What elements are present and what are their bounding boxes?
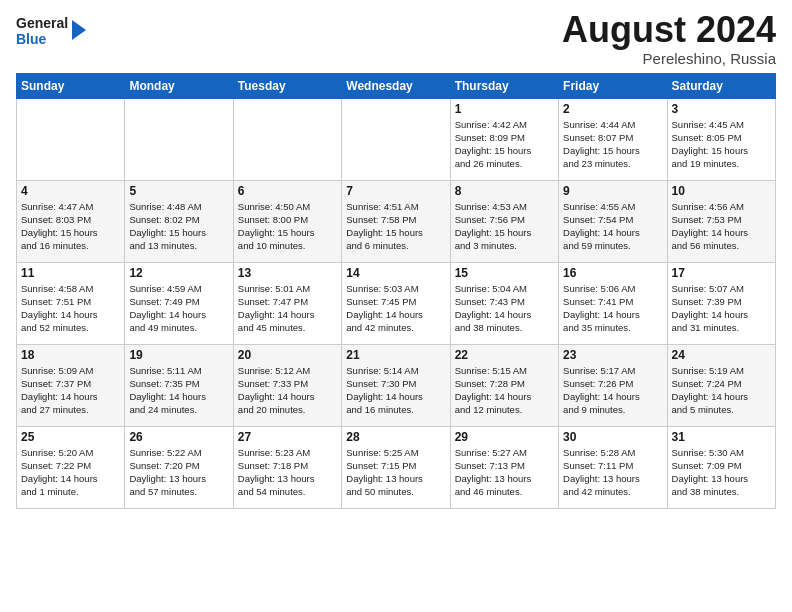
day-info: Sunrise: 4:47 AMSunset: 8:03 PMDaylight:… bbox=[21, 200, 120, 253]
day-number: 15 bbox=[455, 266, 554, 280]
calendar-cell: 21Sunrise: 5:14 AMSunset: 7:30 PMDayligh… bbox=[342, 344, 450, 426]
col-saturday: Saturday bbox=[667, 73, 775, 98]
calendar-cell: 16Sunrise: 5:06 AMSunset: 7:41 PMDayligh… bbox=[559, 262, 667, 344]
logo: General Blue bbox=[16, 10, 86, 54]
day-number: 29 bbox=[455, 430, 554, 444]
logo-icon: General Blue bbox=[16, 10, 86, 50]
day-number: 2 bbox=[563, 102, 662, 116]
day-info: Sunrise: 4:53 AMSunset: 7:56 PMDaylight:… bbox=[455, 200, 554, 253]
calendar-week-3: 11Sunrise: 4:58 AMSunset: 7:51 PMDayligh… bbox=[17, 262, 776, 344]
day-number: 27 bbox=[238, 430, 337, 444]
day-number: 20 bbox=[238, 348, 337, 362]
day-number: 3 bbox=[672, 102, 771, 116]
day-info: Sunrise: 4:48 AMSunset: 8:02 PMDaylight:… bbox=[129, 200, 228, 253]
day-info: Sunrise: 5:27 AMSunset: 7:13 PMDaylight:… bbox=[455, 446, 554, 499]
day-number: 22 bbox=[455, 348, 554, 362]
day-number: 9 bbox=[563, 184, 662, 198]
day-number: 24 bbox=[672, 348, 771, 362]
calendar-cell: 3Sunrise: 4:45 AMSunset: 8:05 PMDaylight… bbox=[667, 98, 775, 180]
calendar-cell: 17Sunrise: 5:07 AMSunset: 7:39 PMDayligh… bbox=[667, 262, 775, 344]
day-number: 10 bbox=[672, 184, 771, 198]
calendar-cell: 20Sunrise: 5:12 AMSunset: 7:33 PMDayligh… bbox=[233, 344, 341, 426]
title-area: August 2024 Pereleshino, Russia bbox=[562, 10, 776, 67]
calendar-week-2: 4Sunrise: 4:47 AMSunset: 8:03 PMDaylight… bbox=[17, 180, 776, 262]
day-info: Sunrise: 5:17 AMSunset: 7:26 PMDaylight:… bbox=[563, 364, 662, 417]
day-info: Sunrise: 5:11 AMSunset: 7:35 PMDaylight:… bbox=[129, 364, 228, 417]
day-number: 1 bbox=[455, 102, 554, 116]
calendar-cell: 9Sunrise: 4:55 AMSunset: 7:54 PMDaylight… bbox=[559, 180, 667, 262]
day-info: Sunrise: 5:19 AMSunset: 7:24 PMDaylight:… bbox=[672, 364, 771, 417]
day-number: 6 bbox=[238, 184, 337, 198]
calendar-cell: 19Sunrise: 5:11 AMSunset: 7:35 PMDayligh… bbox=[125, 344, 233, 426]
calendar-cell: 1Sunrise: 4:42 AMSunset: 8:09 PMDaylight… bbox=[450, 98, 558, 180]
day-info: Sunrise: 5:20 AMSunset: 7:22 PMDaylight:… bbox=[21, 446, 120, 499]
calendar-cell: 23Sunrise: 5:17 AMSunset: 7:26 PMDayligh… bbox=[559, 344, 667, 426]
day-info: Sunrise: 4:55 AMSunset: 7:54 PMDaylight:… bbox=[563, 200, 662, 253]
calendar-cell: 22Sunrise: 5:15 AMSunset: 7:28 PMDayligh… bbox=[450, 344, 558, 426]
calendar-cell: 29Sunrise: 5:27 AMSunset: 7:13 PMDayligh… bbox=[450, 426, 558, 508]
calendar-week-4: 18Sunrise: 5:09 AMSunset: 7:37 PMDayligh… bbox=[17, 344, 776, 426]
col-wednesday: Wednesday bbox=[342, 73, 450, 98]
day-number: 12 bbox=[129, 266, 228, 280]
calendar-week-1: 1Sunrise: 4:42 AMSunset: 8:09 PMDaylight… bbox=[17, 98, 776, 180]
day-number: 13 bbox=[238, 266, 337, 280]
header: General Blue August 2024 Pereleshino, Ru… bbox=[16, 10, 776, 67]
day-info: Sunrise: 5:28 AMSunset: 7:11 PMDaylight:… bbox=[563, 446, 662, 499]
col-friday: Friday bbox=[559, 73, 667, 98]
col-thursday: Thursday bbox=[450, 73, 558, 98]
day-number: 8 bbox=[455, 184, 554, 198]
day-info: Sunrise: 4:59 AMSunset: 7:49 PMDaylight:… bbox=[129, 282, 228, 335]
calendar-cell: 8Sunrise: 4:53 AMSunset: 7:56 PMDaylight… bbox=[450, 180, 558, 262]
day-number: 23 bbox=[563, 348, 662, 362]
day-number: 14 bbox=[346, 266, 445, 280]
location: Pereleshino, Russia bbox=[562, 50, 776, 67]
day-info: Sunrise: 5:06 AMSunset: 7:41 PMDaylight:… bbox=[563, 282, 662, 335]
day-info: Sunrise: 4:56 AMSunset: 7:53 PMDaylight:… bbox=[672, 200, 771, 253]
calendar-cell: 26Sunrise: 5:22 AMSunset: 7:20 PMDayligh… bbox=[125, 426, 233, 508]
calendar-cell: 10Sunrise: 4:56 AMSunset: 7:53 PMDayligh… bbox=[667, 180, 775, 262]
svg-marker-2 bbox=[72, 20, 86, 40]
day-info: Sunrise: 5:09 AMSunset: 7:37 PMDaylight:… bbox=[21, 364, 120, 417]
calendar-cell bbox=[125, 98, 233, 180]
day-info: Sunrise: 5:23 AMSunset: 7:18 PMDaylight:… bbox=[238, 446, 337, 499]
day-number: 31 bbox=[672, 430, 771, 444]
day-info: Sunrise: 5:03 AMSunset: 7:45 PMDaylight:… bbox=[346, 282, 445, 335]
day-number: 17 bbox=[672, 266, 771, 280]
day-info: Sunrise: 5:12 AMSunset: 7:33 PMDaylight:… bbox=[238, 364, 337, 417]
calendar-cell: 31Sunrise: 5:30 AMSunset: 7:09 PMDayligh… bbox=[667, 426, 775, 508]
col-monday: Monday bbox=[125, 73, 233, 98]
day-number: 25 bbox=[21, 430, 120, 444]
header-row: Sunday Monday Tuesday Wednesday Thursday… bbox=[17, 73, 776, 98]
day-info: Sunrise: 5:30 AMSunset: 7:09 PMDaylight:… bbox=[672, 446, 771, 499]
calendar-cell: 18Sunrise: 5:09 AMSunset: 7:37 PMDayligh… bbox=[17, 344, 125, 426]
calendar-cell bbox=[342, 98, 450, 180]
calendar-cell: 7Sunrise: 4:51 AMSunset: 7:58 PMDaylight… bbox=[342, 180, 450, 262]
calendar-table: Sunday Monday Tuesday Wednesday Thursday… bbox=[16, 73, 776, 509]
day-number: 26 bbox=[129, 430, 228, 444]
month-title: August 2024 bbox=[562, 10, 776, 50]
col-sunday: Sunday bbox=[17, 73, 125, 98]
day-info: Sunrise: 5:25 AMSunset: 7:15 PMDaylight:… bbox=[346, 446, 445, 499]
col-tuesday: Tuesday bbox=[233, 73, 341, 98]
calendar-cell bbox=[233, 98, 341, 180]
day-info: Sunrise: 4:42 AMSunset: 8:09 PMDaylight:… bbox=[455, 118, 554, 171]
day-number: 19 bbox=[129, 348, 228, 362]
logo-area: General Blue bbox=[16, 10, 86, 54]
calendar-week-5: 25Sunrise: 5:20 AMSunset: 7:22 PMDayligh… bbox=[17, 426, 776, 508]
calendar-cell: 4Sunrise: 4:47 AMSunset: 8:03 PMDaylight… bbox=[17, 180, 125, 262]
calendar-cell: 24Sunrise: 5:19 AMSunset: 7:24 PMDayligh… bbox=[667, 344, 775, 426]
day-info: Sunrise: 5:07 AMSunset: 7:39 PMDaylight:… bbox=[672, 282, 771, 335]
page: General Blue August 2024 Pereleshino, Ru… bbox=[0, 0, 792, 612]
calendar-cell bbox=[17, 98, 125, 180]
day-number: 5 bbox=[129, 184, 228, 198]
calendar-cell: 2Sunrise: 4:44 AMSunset: 8:07 PMDaylight… bbox=[559, 98, 667, 180]
calendar-cell: 5Sunrise: 4:48 AMSunset: 8:02 PMDaylight… bbox=[125, 180, 233, 262]
day-info: Sunrise: 4:45 AMSunset: 8:05 PMDaylight:… bbox=[672, 118, 771, 171]
day-number: 18 bbox=[21, 348, 120, 362]
calendar-cell: 12Sunrise: 4:59 AMSunset: 7:49 PMDayligh… bbox=[125, 262, 233, 344]
calendar-cell: 6Sunrise: 4:50 AMSunset: 8:00 PMDaylight… bbox=[233, 180, 341, 262]
day-number: 4 bbox=[21, 184, 120, 198]
calendar-cell: 25Sunrise: 5:20 AMSunset: 7:22 PMDayligh… bbox=[17, 426, 125, 508]
svg-text:General: General bbox=[16, 15, 68, 31]
day-info: Sunrise: 5:15 AMSunset: 7:28 PMDaylight:… bbox=[455, 364, 554, 417]
